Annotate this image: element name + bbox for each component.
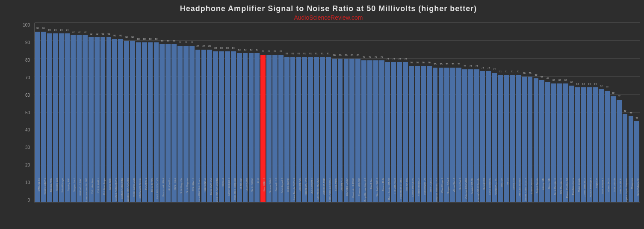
bar-group: 76Ayre CODEX bbox=[426, 23, 432, 202]
bars-wrapper: 95SMSL SL-8S95Topping A30Pro94Topping A5… bbox=[35, 23, 640, 202]
bar-group: 89SMSL SP400 bbox=[148, 23, 154, 202]
x-axis-label: Earstudio HUD100 bbox=[352, 178, 354, 202]
x-axis-label: Mairu HiFi bbox=[548, 178, 550, 202]
bar-group: 66Project Pre Box S2 bbox=[563, 23, 569, 202]
x-axis-label: SMSL SP200 bbox=[251, 178, 254, 202]
bar-group: 81Lake People G105-S bbox=[290, 23, 296, 202]
bar-group: 70Breeze Audio ES9018 bbox=[521, 23, 527, 202]
x-axis-label: Project Pre Box S2 bbox=[566, 178, 568, 202]
bar-group: 81Matrix Audio Element X bbox=[325, 23, 331, 202]
x-axis-label: SMSL SL-8S bbox=[38, 178, 40, 202]
bar-group: 75Chord Hugo 1 bbox=[438, 23, 444, 202]
bar-group: 72Yulong DA10 SE bbox=[491, 23, 497, 202]
x-axis-label: Schit Magni 3+ bbox=[180, 178, 183, 202]
x-axis-label: RHP bbox=[257, 178, 260, 202]
x-axis-label: SMSL SH-9 bbox=[174, 178, 177, 202]
x-axis-label: Matrix Audio Element X bbox=[328, 178, 331, 202]
bar-group: 78Teac HA-501 bbox=[402, 23, 408, 202]
bar-group: 93RME ADI-2 DAC bbox=[76, 23, 82, 202]
bar-group: 88SMSL SH-9 bbox=[171, 23, 177, 202]
x-axis-label: TCA HPA-10 bbox=[192, 178, 195, 202]
bar-group: 73Cyrus soundkey bbox=[486, 23, 492, 202]
bar-group: 67Mairu HiFi bbox=[545, 23, 551, 202]
x-axis-label: Samsung USB-C Dongle bbox=[477, 178, 479, 202]
x-axis-label: Schit LYR3 bbox=[512, 178, 515, 202]
bar-group: 95SMSL SL-8S bbox=[35, 23, 41, 202]
x-axis-label: Teac HA-501 bbox=[405, 178, 408, 202]
bar: 91 bbox=[118, 39, 123, 202]
bar: 95 bbox=[41, 32, 46, 202]
bar-group: 80Earstudio HUD100 bbox=[349, 23, 355, 202]
bar-group: 68Yulong HiFi bbox=[539, 23, 545, 202]
bar-group: 83SMSL SP200 bbox=[248, 23, 254, 202]
bar-group: 81Sennheiser HDV820 bbox=[313, 23, 319, 202]
bar-group: 90Meter Corda Jazz bbox=[130, 23, 136, 202]
bar-group: 84Filo M15 bbox=[219, 23, 225, 202]
bar-group: 82Soncoz SGA1 bbox=[266, 23, 272, 202]
x-axis-label: Chord Hugo 1 bbox=[441, 178, 443, 202]
x-axis-label: Geshelli Archel2 Bal bbox=[121, 178, 123, 202]
x-axis-label: Schit Valhalla bbox=[613, 178, 616, 202]
chart-title: Headphone Amplifier Signal to Noise Rati… bbox=[17, 4, 640, 13]
x-axis-label: ELDA 9038D bbox=[287, 178, 290, 202]
bar-group: 83RHP bbox=[254, 23, 260, 202]
bar-group: 89TCA HPA-1 bbox=[142, 23, 148, 202]
y-axis: 0102030405060708090100 bbox=[17, 23, 30, 202]
x-axis-label: Schit Magni Heresy bbox=[139, 178, 141, 202]
bar-group: 64Rega Ear bbox=[592, 23, 598, 202]
bar: 93 bbox=[77, 35, 82, 202]
x-axis-label: SMSL M500 bbox=[334, 178, 337, 202]
bar-group: 87Schit Magni 3+ bbox=[177, 23, 183, 202]
bar: 95 bbox=[35, 32, 40, 202]
x-axis-label: Klipsch Heritage e bbox=[589, 178, 592, 202]
bar-group: 49Monoprice Liquid Platinum bbox=[622, 23, 628, 202]
x-axis-label: HiF2S bbox=[506, 178, 509, 202]
bar-group: 66SPL Phonitor X bbox=[557, 23, 563, 202]
x-axis-label: Filo i1 Zen bbox=[370, 178, 372, 202]
bar-group: 79HeadAmp Gilmore Lite mk2 bbox=[361, 23, 367, 202]
bar-group: 64Zorloo Ztella M0A bbox=[581, 23, 587, 202]
x-axis-label: Schit Magnius bbox=[186, 178, 189, 202]
x-axis-label: Schit Phonitor X bbox=[554, 178, 556, 202]
x-axis-label: Monoprice bbox=[631, 178, 633, 202]
x-axis-label: SMSL VMV VA2 bbox=[210, 178, 212, 202]
x-axis-label: RME ADI-2 DAC bbox=[79, 178, 82, 202]
x-axis-label: Yulong HiFi bbox=[542, 178, 544, 202]
bar-group: 85SMSL VMV VA2 bbox=[207, 23, 213, 202]
bar-group: 71HiF2S bbox=[503, 23, 509, 202]
x-axis-label: Filo M15 bbox=[222, 178, 224, 202]
bar-group: 85Topping NX1s bbox=[201, 23, 207, 202]
bar-group: 81Topping DX7 Pro bbox=[301, 23, 307, 202]
x-axis-label: Flux FMP-12 bbox=[263, 178, 266, 202]
x-axis-label: JDS Labs Atom bbox=[91, 178, 94, 202]
bar-group: 65Peachtree Nova bbox=[569, 23, 575, 202]
bar-group: 84Schit Yggdrasil 2 bbox=[225, 23, 230, 202]
x-axis-label: EncoreOmDS0 bbox=[530, 178, 533, 202]
x-axis-label: Woo Audio WA11 bbox=[376, 178, 378, 202]
bar-group: 74Violectric HPA V281 bbox=[462, 23, 468, 202]
bar: 92 bbox=[100, 37, 106, 202]
x-axis-label: Topping A30Pro bbox=[44, 178, 46, 202]
bar-group: 66Schit Phonitor X bbox=[551, 23, 557, 202]
x-axis-label: TCA HPA-1 bbox=[145, 178, 147, 202]
bar-group: 45Schit Valhalla (2) bbox=[634, 23, 640, 202]
bar-group: 87Schit Magnius bbox=[183, 23, 189, 202]
bar-group: 91Geshelli Archel2.5 Pro bbox=[112, 23, 118, 202]
bar-group: 94Schit IEMagni bbox=[59, 23, 65, 202]
bar-group: 80Gustard H10 bbox=[337, 23, 343, 202]
x-axis-label: Monoprice Monolith THX bbox=[435, 178, 438, 202]
bar-group: 75Monoprice Monolith THX bbox=[432, 23, 438, 202]
bar: 93 bbox=[71, 35, 76, 202]
bar-group: 81ELDA 9038D bbox=[284, 23, 290, 202]
x-axis-label: Lotoo PAW Gold Touch bbox=[198, 178, 201, 202]
x-axis-label: SMSL SP400 bbox=[151, 178, 153, 202]
x-axis-label: Topping NX1s bbox=[204, 178, 206, 202]
x-axis-label: Schit Vali 2 bbox=[459, 178, 461, 202]
x-axis-label: Little Labs Monitor bbox=[518, 178, 521, 202]
bar-group: 85Lotoo PAW Gold Touch bbox=[195, 23, 201, 202]
x-axis-label: Peachtree Nova bbox=[572, 178, 574, 202]
x-axis-label: Filo Q5s AM3b bbox=[393, 178, 396, 202]
x-axis-label: Drop THX AAA 789 Bal bbox=[216, 178, 218, 202]
bar: 91 bbox=[112, 39, 117, 202]
x-axis-label: Monoprice Liquid Platinum bbox=[625, 178, 628, 202]
